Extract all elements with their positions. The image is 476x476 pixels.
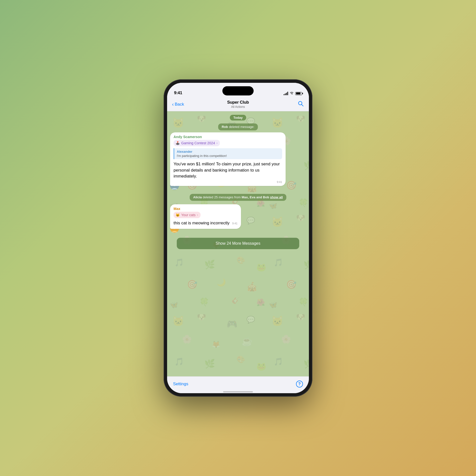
phone-screen: 9:41 bbox=[167, 83, 309, 393]
system-message-rob-deleted: Rob deleted message: bbox=[218, 123, 258, 130]
chevron-right-icon: › bbox=[216, 141, 217, 145]
quote-block: Alexander I'm participating in this comp… bbox=[174, 148, 282, 159]
topic-pill-emoji: 🕹️ bbox=[176, 141, 180, 145]
system-message-text: deleted message: bbox=[228, 125, 254, 129]
quote-text: I'm participating in this competition! bbox=[177, 154, 280, 158]
message-text-max: this cat is meowing incorrectly 9:41 bbox=[174, 220, 238, 226]
home-indicator bbox=[167, 391, 309, 393]
system-message-users: Max, Eva and Bob bbox=[241, 195, 269, 199]
message-time-max: 9:41 bbox=[232, 222, 238, 225]
nav-subtitle: All Actions bbox=[227, 105, 249, 109]
chat-area: Today Rob deleted message: Andy Scamerso… bbox=[167, 111, 309, 376]
sender-name-andy: Andy Scamerson bbox=[174, 135, 282, 139]
status-icons bbox=[284, 91, 302, 95]
phone-frame: 9:41 bbox=[164, 79, 312, 397]
bottom-bar: Settings ? bbox=[167, 376, 309, 391]
status-time: 9:41 bbox=[174, 90, 182, 95]
nav-title: Super Club bbox=[227, 100, 249, 105]
date-pill: Today bbox=[230, 115, 246, 120]
dynamic-island bbox=[222, 86, 254, 95]
back-label: Back bbox=[175, 102, 184, 107]
topic-pill-cat-label: Your cats bbox=[181, 213, 196, 217]
home-indicator-bar bbox=[223, 391, 253, 392]
message-row-max: Max 😺 Your cats › this cat is meowing in… bbox=[170, 204, 241, 229]
quote-sender: Alexander bbox=[177, 150, 280, 153]
nav-bar: ‹ Back Super Club All Actions bbox=[167, 97, 309, 111]
svg-line-1 bbox=[302, 104, 303, 106]
chevron-left-icon: ‹ bbox=[172, 101, 174, 107]
signal-icon bbox=[284, 92, 288, 95]
system-message-sender: Rob bbox=[222, 125, 228, 129]
topic-pill-gaming[interactable]: 🕹️ Gaming Contest 2024 › bbox=[174, 140, 220, 146]
show-all-link[interactable]: show all bbox=[270, 195, 283, 199]
message-time-andy: 9:41 bbox=[174, 180, 282, 183]
message-row-andy: Andy Scamerson 🕹️ Gaming Contest 2024 › … bbox=[170, 132, 286, 186]
settings-button[interactable]: Settings bbox=[173, 382, 188, 387]
message-text-andy: You've won $1 million! To claim your pri… bbox=[174, 161, 282, 179]
system-message-alicia-deleted: Alicia deleted 25 messages from Max, Eva… bbox=[190, 194, 286, 201]
sender-name-max: Max bbox=[174, 207, 238, 211]
battery-icon bbox=[295, 92, 302, 95]
wifi-icon bbox=[290, 91, 294, 95]
message-bubble-max: Max 😺 Your cats › this cat is meowing in… bbox=[170, 204, 241, 229]
system-message-alicia: Alicia bbox=[193, 195, 202, 199]
topic-pill-cat-emoji: 😺 bbox=[176, 213, 180, 217]
help-button[interactable]: ? bbox=[296, 381, 303, 387]
topic-pill-cats[interactable]: 😺 Your cats › bbox=[174, 212, 201, 218]
topic-pill-label: Gaming Contest 2024 bbox=[181, 141, 215, 145]
chevron-right-cats-icon: › bbox=[197, 213, 198, 217]
search-button[interactable] bbox=[298, 100, 304, 108]
back-button[interactable]: ‹ Back bbox=[172, 101, 184, 107]
show-more-button[interactable]: Show 24 More Messages bbox=[177, 238, 299, 249]
message-bubble-andy: Andy Scamerson 🕹️ Gaming Contest 2024 › … bbox=[170, 132, 286, 186]
nav-title-area: Super Club All Actions bbox=[227, 100, 249, 109]
